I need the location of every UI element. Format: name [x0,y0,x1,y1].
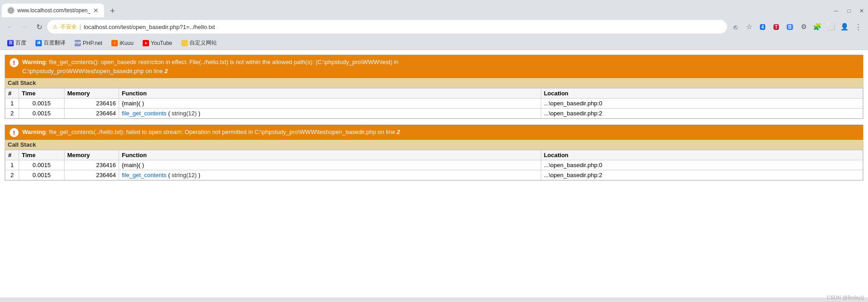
toolbar-right: ⎋ ☆ 4 T B ⚙ 🧩 ⬜ 👤 ⋮ [729,20,864,33]
ext-4-icon[interactable]: 4 [756,20,769,33]
youtube-label: YouTube [151,40,172,46]
warning-text-1: Warning: file_get_contents(): open_based… [22,58,399,75]
browser-tab[interactable]: www.localhost.com/test/open_ ✕ [2,4,104,17]
bookmark-icon[interactable]: ☆ [743,20,755,33]
col-time-2: Time [19,150,65,160]
warning-header-2: ! Warning: file_get_contents(../hello.tx… [5,125,863,140]
back-button[interactable]: ← [4,20,16,33]
row1-memory: 236416 [65,99,119,109]
warning-block-2: ! Warning: file_get_contents(../hello.tx… [5,124,863,181]
ikuuu-favicon: i [111,40,118,46]
row3-memory: 236416 [65,160,119,170]
row2-location: ...\open_basedir.php:2 [541,109,863,119]
tab-bar: www.localhost.com/test/open_ ✕ + ─ □ ✕ [0,0,868,17]
row4-function: file_get_contents ( string(12) ) [119,170,541,180]
footer-text: CSDN @Beilay() [827,295,864,300]
call-stack-header-2: Call Stack [5,140,863,150]
bookmark-custom[interactable]: 自定义网站 [178,38,220,48]
row2-time: 0.0015 [19,109,65,119]
warning-block-1: ! Warning: file_get_contents(): open_bas… [5,54,863,119]
row1-time: 0.0015 [19,99,65,109]
table-row: 2 0.0015 236464 file_get_contents ( stri… [5,170,863,180]
insecure-icon: ⚠ [53,24,58,30]
bookmark-youtube[interactable]: YouTube [139,39,176,47]
row4-location: ...\open_basedir.php:2 [541,170,863,180]
address-bar-input[interactable]: ⚠ 不安全 | localhost.com/test/open_basedir.… [47,20,727,34]
col-function-2: Function [119,150,541,160]
row2-num: 2 [5,109,19,119]
call-stack-table-1: # Time Memory Function Location 1 0.0015… [5,88,863,119]
row2-memory: 236464 [65,109,119,119]
table-row: 1 0.0015 236416 {main}( ) ...\open_based… [5,160,863,170]
bookmark-baidu[interactable]: 百 百度 [4,38,30,48]
refresh-button[interactable]: ↻ [33,20,45,33]
baidu-label: 百度 [15,39,26,47]
maximize-button[interactable]: □ [843,5,855,17]
youtube-favicon [143,40,149,46]
custom-label: 自定义网站 [190,39,217,47]
row3-function: {main}( ) [119,160,541,170]
col-memory-2: Memory [65,150,119,160]
ext-b-icon[interactable]: B [783,20,796,33]
cast-icon[interactable]: ⬜ [824,20,837,33]
row1-location: ...\open_basedir.php:0 [541,99,863,109]
share-icon[interactable]: ⎋ [729,20,742,33]
row4-time: 0.0015 [19,170,65,180]
page-content: ! Warning: file_get_contents(): open_bas… [0,50,868,297]
bookmarks-bar: 百 百度 译 百度翻译 PHP PHP.net i iKuuu YouTube … [0,36,868,50]
warning-header-1: ! Warning: file_get_contents(): open_bas… [5,55,863,78]
menu-icon[interactable]: ⋮ [852,20,864,33]
col-time-1: Time [19,89,65,99]
ikuuu-label: iKuuu [120,40,134,46]
call-stack-table-2: # Time Memory Function Location 1 0.0015… [5,150,863,180]
profile-icon[interactable]: 👤 [838,20,851,33]
ext-t-icon[interactable]: T [770,20,783,33]
phpnet-label: PHP.net [83,40,102,46]
row1-num: 1 [5,99,19,109]
row3-time: 0.0015 [19,160,65,170]
page-footer: CSDN @Beilay() [827,295,864,300]
new-tab-button[interactable]: + [106,5,119,17]
row1-function: {main}( ) [119,99,541,109]
separator: | [80,24,81,30]
warning-icon-1: ! [10,58,19,67]
php-favicon: PHP [75,40,81,46]
col-num-1: # [5,89,19,99]
bookmark-translate[interactable]: 译 百度翻译 [32,38,69,48]
minimize-button[interactable]: ─ [830,5,843,17]
svg-rect-5 [182,41,187,45]
address-text: localhost.com/test/open_basedir.php?1=..… [84,24,722,30]
col-location-1: Location [541,89,863,99]
col-location-2: Location [541,150,863,160]
puzzle-icon[interactable]: 🧩 [811,20,823,33]
tab-title: www.localhost.com/test/open_ [17,7,90,14]
col-memory-1: Memory [65,89,119,99]
row3-location: ...\open_basedir.php:0 [541,160,863,170]
file-get-contents-link-2[interactable]: file_get_contents [122,172,166,178]
address-bar: ← → ↻ ⚠ 不安全 | localhost.com/test/open_ba… [0,17,868,36]
bookmark-ikuuu[interactable]: i iKuuu [108,39,137,47]
table-row: 2 0.0015 236464 file_get_contents ( stri… [5,109,863,119]
warning-text-2: Warning: file_get_contents(../hello.txt)… [22,128,400,137]
warning-icon-2: ! [10,128,19,137]
call-stack-header-1: Call Stack [5,78,863,88]
custom-favicon [181,40,188,46]
settings-icon[interactable]: ⚙ [797,20,810,33]
translate-favicon: 译 [35,40,42,46]
close-button[interactable]: ✕ [855,5,868,17]
tab-close-button[interactable]: ✕ [93,7,99,14]
browser-frame: www.localhost.com/test/open_ ✕ + ─ □ ✕ ←… [0,0,868,302]
table-row: 1 0.0015 236416 {main}( ) ...\open_based… [5,99,863,109]
row4-memory: 236464 [65,170,119,180]
translate-label: 百度翻译 [44,39,65,47]
baidu-favicon: 百 [7,40,14,46]
forward-button[interactable]: → [18,20,31,33]
bookmark-phpnet[interactable]: PHP PHP.net [71,39,106,47]
file-get-contents-link-1[interactable]: file_get_contents [122,110,166,117]
row4-num: 2 [5,170,19,180]
row3-num: 1 [5,160,19,170]
col-function-1: Function [119,89,541,99]
row2-function: file_get_contents ( string(12) ) [119,109,541,119]
tab-favicon [7,7,15,14]
insecure-label: 不安全 [60,23,77,31]
